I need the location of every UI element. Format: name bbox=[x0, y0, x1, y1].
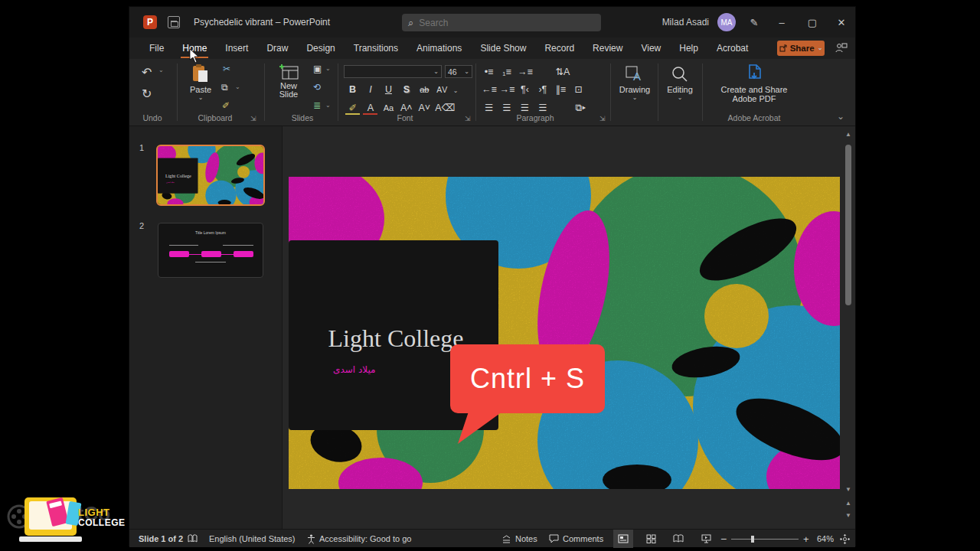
slide2-thumbnail[interactable]: Title Lorem Ipsum bbox=[158, 223, 263, 278]
align-center-button[interactable]: ☰ bbox=[499, 102, 514, 113]
zoom-in-button[interactable]: + bbox=[803, 530, 809, 548]
scrollbar-thumb[interactable] bbox=[845, 145, 851, 305]
copy-dropdown[interactable]: ⌄ bbox=[235, 83, 240, 90]
cut-button[interactable]: ✂ bbox=[223, 64, 230, 74]
zoom-level[interactable]: 64% bbox=[817, 530, 834, 548]
tab-animations[interactable]: Animations bbox=[407, 37, 471, 59]
maximize-button[interactable]: ▢ bbox=[797, 7, 828, 37]
ltr-direction-button[interactable]: ›¶ bbox=[535, 84, 550, 95]
redo-button[interactable]: ↻ bbox=[142, 86, 152, 101]
zoom-slider[interactable] bbox=[731, 530, 799, 548]
collapse-ribbon-button[interactable]: ⌄ bbox=[837, 111, 844, 122]
columns-button[interactable]: ∥≡ bbox=[554, 83, 568, 95]
reset-button[interactable]: ⟲ bbox=[313, 82, 321, 93]
text-highlight-button[interactable]: ✐ bbox=[345, 102, 360, 115]
slide-subtitle[interactable]: میلاد اسدی bbox=[333, 364, 375, 375]
grow-font-button[interactable]: A˄ bbox=[399, 103, 413, 113]
bold-button[interactable]: B bbox=[345, 84, 360, 95]
zoom-slider-thumb[interactable] bbox=[751, 536, 754, 543]
justify-button[interactable]: ☰ bbox=[535, 102, 550, 113]
zoom-out-button[interactable]: − bbox=[720, 530, 727, 548]
notes-button[interactable]: Notes bbox=[501, 530, 537, 548]
tab-record[interactable]: Record bbox=[535, 37, 583, 59]
pen-icon[interactable]: ✎ bbox=[739, 7, 769, 37]
font-name-combo[interactable]: ⌄ bbox=[344, 65, 442, 78]
increase-indent-button[interactable]: →≡ bbox=[499, 84, 514, 95]
underline-button[interactable]: U bbox=[381, 84, 396, 95]
paragraph-dialog-launcher[interactable]: ⇲ bbox=[599, 115, 606, 122]
tab-review[interactable]: Review bbox=[583, 37, 632, 59]
scroll-down-icon[interactable]: ▼ bbox=[843, 484, 854, 495]
change-case-button[interactable]: Aa bbox=[381, 103, 396, 112]
minimize-button[interactable]: – bbox=[766, 7, 797, 37]
reading-view-button[interactable] bbox=[668, 530, 688, 548]
decrease-indent-button[interactable]: ←≡ bbox=[482, 84, 496, 95]
next-slide-button[interactable]: ▼ bbox=[843, 510, 854, 521]
tab-transitions[interactable]: Transitions bbox=[345, 37, 407, 59]
shrink-font-button[interactable]: A˅ bbox=[417, 103, 432, 113]
slide1-thumbnail[interactable]: Light College میلاد اسدی bbox=[156, 145, 265, 206]
spell-check-icon[interactable] bbox=[188, 530, 198, 548]
tab-acrobat[interactable]: Acrobat bbox=[707, 37, 757, 59]
convert-smartart-button[interactable]: ⧉▸ bbox=[573, 103, 588, 114]
layout-button[interactable]: ▣ bbox=[313, 64, 322, 74]
tab-insert[interactable]: Insert bbox=[216, 37, 257, 59]
slide-title[interactable]: Light College bbox=[328, 324, 464, 352]
previous-slide-button[interactable]: ▲ bbox=[843, 498, 854, 509]
language-indicator[interactable]: English (United States) bbox=[209, 530, 296, 548]
align-text-button[interactable]: ⊡ bbox=[571, 83, 586, 95]
format-painter-button[interactable]: ✐ bbox=[222, 100, 230, 111]
vertical-scrollbar[interactable]: ▲ ▼ ▲ ▼ bbox=[843, 126, 854, 529]
user-name[interactable]: Milad Asadi bbox=[636, 17, 709, 28]
font-dialog-launcher[interactable]: ⇲ bbox=[465, 115, 471, 122]
section-button[interactable]: ≣ bbox=[313, 100, 321, 111]
copy-button[interactable]: ⧉ bbox=[221, 82, 228, 93]
rtl-direction-button[interactable]: ¶‹ bbox=[518, 84, 532, 95]
avatar[interactable]: MA bbox=[717, 13, 736, 31]
slide-subtitle[interactable]: میلاد اسدی bbox=[166, 181, 175, 184]
slide-show-button[interactable] bbox=[696, 530, 716, 548]
create-pdf-button[interactable]: Create and Share Adobe PDF bbox=[708, 64, 800, 103]
bullets-button[interactable]: •≡ bbox=[482, 67, 496, 77]
undo-dropdown[interactable]: ⌄ bbox=[158, 67, 164, 73]
slide-indicator[interactable]: Slide 1 of 2 bbox=[139, 530, 183, 548]
clear-formatting-button[interactable]: A⌫ bbox=[435, 102, 455, 113]
slide-sorter-button[interactable] bbox=[641, 530, 661, 548]
font-size-combo[interactable]: 46 ⌄ bbox=[445, 65, 472, 78]
search-input[interactable] bbox=[419, 18, 572, 28]
section-dropdown[interactable]: ⌄ bbox=[325, 102, 331, 109]
paste-button[interactable]: Paste ⌄ bbox=[185, 64, 217, 100]
character-spacing-button[interactable]: AV bbox=[435, 85, 449, 94]
clipboard-dialog-launcher[interactable]: ⇲ bbox=[250, 115, 256, 122]
normal-view-button[interactable] bbox=[613, 530, 633, 548]
fit-to-window-button[interactable] bbox=[840, 530, 850, 548]
editing-button[interactable]: Editing ⌄ bbox=[662, 65, 697, 100]
scroll-up-icon[interactable]: ▲ bbox=[843, 129, 854, 140]
text-direction-button[interactable]: ⇅A bbox=[555, 66, 570, 77]
strikethrough-button[interactable]: ab bbox=[417, 85, 432, 94]
undo-button[interactable]: ↶ bbox=[142, 65, 152, 80]
share-button[interactable]: Share ⌄ bbox=[777, 41, 825, 56]
list-level-button[interactable]: →≡ bbox=[518, 67, 532, 77]
drawing-button[interactable]: A Drawing ⌄ bbox=[616, 65, 653, 100]
slide-editor[interactable]: Light College میلاد اسدی bbox=[289, 177, 840, 489]
text-shadow-button[interactable]: S bbox=[399, 84, 413, 95]
tab-draw[interactable]: Draw bbox=[257, 37, 297, 59]
align-left-button[interactable]: ☰ bbox=[482, 102, 496, 113]
tab-view[interactable]: View bbox=[632, 37, 670, 59]
save-icon[interactable] bbox=[168, 16, 180, 28]
search-box[interactable]: ⌕ bbox=[402, 14, 601, 31]
close-button[interactable]: ✕ bbox=[826, 7, 857, 37]
tab-help[interactable]: Help bbox=[670, 37, 707, 59]
presenter-coach-icon[interactable] bbox=[835, 42, 848, 54]
align-right-button[interactable]: ☰ bbox=[518, 102, 532, 113]
accessibility-status[interactable]: Accessibility: Good to go bbox=[319, 530, 411, 548]
spacing-dropdown[interactable]: ⌄ bbox=[453, 87, 459, 94]
numbering-button[interactable]: ₁≡ bbox=[499, 67, 514, 77]
new-slide-button[interactable]: New Slide bbox=[270, 64, 307, 99]
tab-slide-show[interactable]: Slide Show bbox=[471, 37, 535, 59]
italic-button[interactable]: I bbox=[363, 84, 377, 95]
comments-button[interactable]: Comments bbox=[549, 530, 603, 548]
slide-title[interactable]: Light College bbox=[165, 174, 191, 178]
tab-file[interactable]: File bbox=[140, 37, 173, 59]
